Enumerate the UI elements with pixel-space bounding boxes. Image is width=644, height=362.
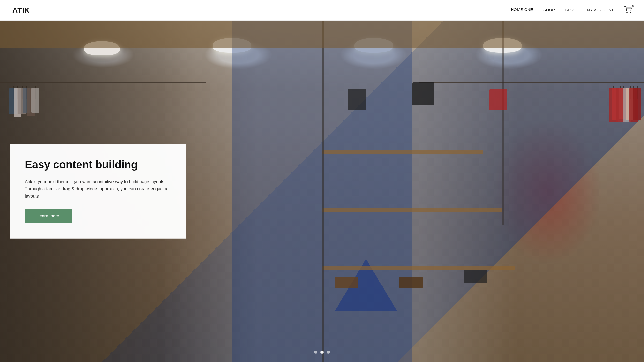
hero-title: Easy content building [25, 159, 171, 171]
carousel-dot-1[interactable] [314, 351, 317, 354]
main-nav: HOME ONE SHOP BLOG MY ACCOUNT 0 [511, 6, 632, 14]
cart-button[interactable]: 0 [624, 6, 632, 14]
carousel-dot-3[interactable] [327, 351, 330, 354]
hero-content-box: Easy content building Atik is your next … [10, 144, 186, 239]
learn-more-button[interactable]: Learn more [25, 209, 72, 223]
nav-blog[interactable]: BLOG [565, 7, 577, 13]
logo[interactable]: ATIK [12, 6, 30, 14]
hero-section: Easy content building Atik is your next … [0, 21, 644, 362]
svg-point-1 [630, 12, 631, 13]
nav-my-account[interactable]: MY ACCOUNT [587, 7, 614, 13]
cart-badge: 0 [632, 5, 634, 8]
svg-point-0 [627, 12, 627, 13]
carousel-dots [314, 351, 330, 354]
hero-description: Atik is your next theme if you want an i… [25, 178, 171, 200]
carousel-dot-2[interactable] [320, 351, 324, 354]
header: ATIK HOME ONE SHOP BLOG MY ACCOUNT 0 [0, 0, 644, 21]
nav-shop[interactable]: SHOP [543, 7, 555, 13]
cart-icon [624, 6, 632, 13]
nav-home-one[interactable]: HOME ONE [511, 7, 533, 13]
